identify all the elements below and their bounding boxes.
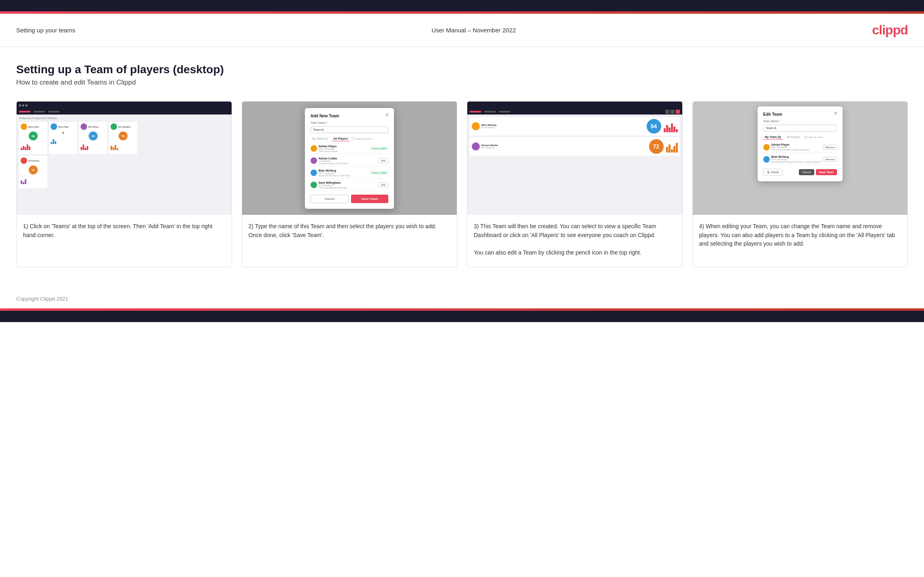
mock1-body: Finding 5 out of 5 players from: All Pla… bbox=[17, 115, 232, 215]
mock2-title: Add New Team bbox=[311, 114, 388, 118]
mock2-player-name-3: Blair McHarg bbox=[319, 169, 350, 172]
mock2-filter-check bbox=[352, 137, 355, 140]
mock1-pname1: Adrian Coliba bbox=[28, 126, 39, 128]
mock2-avatar-1 bbox=[311, 145, 317, 152]
mock4-filter[interactable]: Filter by name bbox=[804, 135, 823, 140]
mock1-row1: Adrian Coliba 84 bbox=[19, 122, 229, 154]
mock4-delete-button[interactable]: 🗑 Delete bbox=[763, 169, 783, 176]
mock1-pname4: Dave Billingham bbox=[118, 126, 131, 128]
mock1-player-card1: Adrian Coliba 84 bbox=[19, 122, 47, 154]
mock2-player-info-4: Dave Billingham 1.5 HandicapThe Gog Mago… bbox=[311, 181, 347, 189]
card-3-screenshot: Blair McHarg Plus Handicap 94 bbox=[467, 102, 682, 215]
mock4-player-row-2: Blair McHarg Plus HandicapRoyal North De… bbox=[763, 154, 837, 165]
mock1-bars3 bbox=[81, 143, 106, 150]
mock1-bar17 bbox=[21, 180, 22, 184]
mock4-player-name-1: Adrian Player bbox=[771, 143, 809, 146]
mock2-player-details-4: Dave Billingham 1.5 HandicapThe Gog Mago… bbox=[319, 181, 347, 189]
mock1-bar7 bbox=[53, 139, 54, 144]
mock2-player-name-1: Adrian Player bbox=[319, 145, 338, 148]
mock2-player-club-2: 1 HandicapCentral London Golf Centre bbox=[319, 160, 348, 165]
card-4-text: 4) When editing your Team, you can chang… bbox=[693, 215, 908, 258]
mock2-tab-myteam[interactable]: My Team (2) bbox=[311, 136, 330, 141]
top-bar bbox=[0, 0, 924, 11]
mock2-filter-checkbox[interactable]: Filter by name bbox=[352, 137, 371, 140]
mock2-player-row-2: Adrian Coliba 1 HandicapCentral London G… bbox=[311, 156, 388, 166]
mock2-player-info-2: Adrian Coliba 1 HandicapCentral London G… bbox=[311, 157, 348, 165]
mock1-bar16 bbox=[117, 148, 118, 150]
mock1-bar12 bbox=[87, 146, 88, 150]
mock2-tabs: My Team (2) All Players Filter by name bbox=[311, 136, 388, 141]
mock3-cbar9 bbox=[671, 149, 673, 153]
mock4-remove-btn-2[interactable]: Remove bbox=[823, 157, 837, 162]
mock2-team-name-input[interactable] bbox=[311, 126, 388, 133]
card-3-text-para2: You can also edit a Team by clicking the… bbox=[474, 249, 641, 256]
mock3-nav-item2 bbox=[499, 111, 510, 112]
header: Setting up your teams User Manual – Nove… bbox=[0, 14, 924, 47]
card-3-text: 3) This Team will then be created. You c… bbox=[467, 215, 682, 267]
mock1-player-card2: Adrian Player 0 bbox=[49, 122, 77, 154]
mock1-pname3: Blair McHarg bbox=[88, 126, 98, 128]
mock4-trash-icon: 🗑 bbox=[767, 171, 770, 174]
mock4-player-club-1: Plus HandicapThe Shire London, United Ki… bbox=[771, 146, 809, 151]
mock1-score-zero: 0 bbox=[51, 132, 76, 134]
mock1-score5: 72 bbox=[29, 165, 38, 174]
mock1-avatar4 bbox=[111, 123, 117, 130]
mock3-icon2 bbox=[671, 110, 675, 114]
mock1-player-card5: Richard Butler 72 bbox=[19, 156, 47, 188]
mock4-footer: 🗑 Delete Cancel Save Team bbox=[763, 169, 837, 176]
mock1-bar2 bbox=[23, 146, 24, 150]
mock1-bars5 bbox=[21, 177, 46, 184]
mock4-player-info-1: Adrian Player Plus HandicapThe Shire Lon… bbox=[763, 143, 809, 151]
mock1-bar10 bbox=[83, 144, 84, 150]
mock2-cancel-button[interactable]: Cancel bbox=[311, 195, 349, 203]
mock1-bar6 bbox=[51, 142, 52, 144]
mock1-nav-item bbox=[34, 111, 45, 112]
mock4-save-button[interactable]: Save Team bbox=[816, 169, 837, 175]
mock2-add-btn-2[interactable]: Add bbox=[378, 158, 388, 163]
mock3-cbar11 bbox=[676, 143, 678, 153]
mock3-pclub2: Plus Handicap bbox=[481, 146, 498, 149]
mock4-avatar-1 bbox=[763, 144, 770, 151]
mock1-bar9 bbox=[81, 147, 82, 150]
mock2-add-btn-4[interactable]: Add bbox=[378, 182, 388, 187]
card-1-screenshot: Finding 5 out of 5 players from: All Pla… bbox=[17, 102, 232, 215]
mock3-nav bbox=[467, 109, 682, 115]
mock1-nav-item-active bbox=[19, 111, 30, 112]
mock4-team-name-input[interactable] bbox=[763, 125, 837, 132]
mock4-avatar-2 bbox=[763, 156, 770, 163]
mock4-player-info-2: Blair McHarg Plus HandicapRoyal North De… bbox=[763, 155, 821, 163]
mock2-player-club-4: 1.5 HandicapThe Gog Magog Golf Club bbox=[319, 184, 347, 189]
mock4-cancel-button[interactable]: Cancel bbox=[799, 169, 814, 175]
mock4-filter-check bbox=[804, 136, 807, 139]
mock2-avatar-3 bbox=[311, 170, 317, 176]
header-section-title: Setting up your teams bbox=[16, 27, 75, 34]
mock2-player-info-3: Blair McHarg Plus HandicapRoyal North De… bbox=[311, 169, 350, 177]
mock4-remove-btn-1[interactable]: Remove bbox=[823, 145, 837, 150]
mock3-pclub1: Plus Handicap bbox=[481, 126, 496, 129]
mock3-player-row1: Blair McHarg Plus Handicap 94 bbox=[470, 117, 680, 136]
mock1-bars4 bbox=[111, 143, 136, 150]
mock1-nav bbox=[17, 109, 232, 115]
mock1-dot3 bbox=[26, 104, 28, 106]
mock4-label: Team Name * bbox=[763, 120, 837, 123]
mock4-tab-allplayers[interactable]: All Players bbox=[785, 135, 802, 140]
mock1-dot2 bbox=[22, 104, 24, 106]
header-manual-title: User Manual – November 2022 bbox=[432, 27, 516, 34]
mock3-player-info1: Blair McHarg Plus Handicap bbox=[472, 122, 644, 130]
card-2-screenshot: Add New Team ✕ Team Name * My Team (2) A… bbox=[242, 102, 457, 215]
mock4-tab-myteam[interactable]: My Team (2) bbox=[763, 135, 783, 140]
mock3-icon3 bbox=[676, 110, 680, 114]
mock2-close-icon[interactable]: ✕ bbox=[385, 112, 389, 118]
mock3-player-row2: Richard Butler Plus Handicap 72 bbox=[470, 137, 680, 156]
mock3-chart2 bbox=[666, 140, 678, 153]
mock1-row2: Richard Butler 72 bbox=[19, 156, 229, 188]
mock1-bar18 bbox=[23, 182, 24, 184]
mock2-player-club-3: Plus HandicapRoyal North Devon Golf Club bbox=[319, 172, 350, 177]
mock2-save-button[interactable]: Save Team bbox=[351, 195, 388, 203]
mock2-tab-allplayers[interactable]: All Players bbox=[332, 136, 350, 141]
mock4-close-icon[interactable]: ✕ bbox=[834, 110, 838, 116]
mock1-avatar5 bbox=[21, 157, 27, 164]
mock1-player-card4: Dave Billingham 78 bbox=[109, 122, 137, 154]
mock4-player-details-1: Adrian Player Plus HandicapThe Shire Lon… bbox=[771, 143, 809, 151]
copyright-text: Copyright Clippd 2021 bbox=[16, 296, 68, 302]
